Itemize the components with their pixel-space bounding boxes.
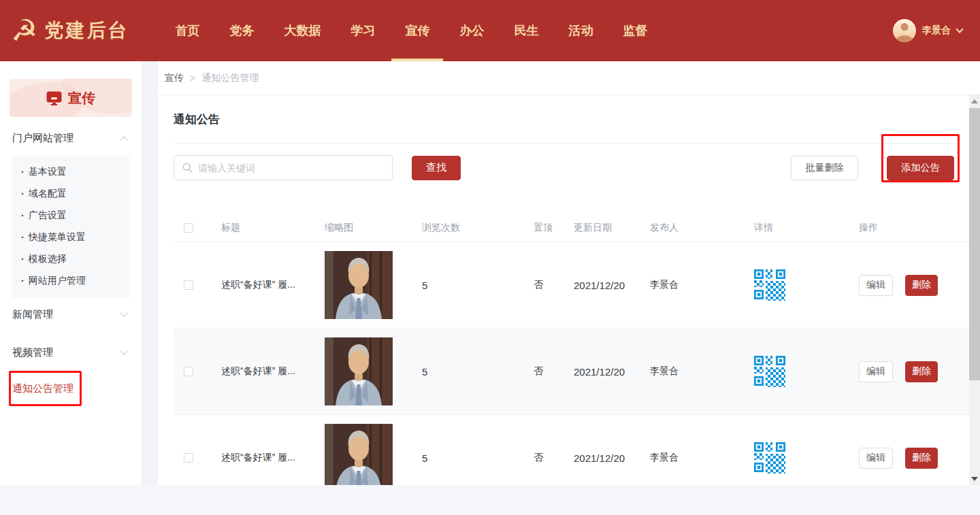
nav-item-publicity[interactable]: 宣传 bbox=[390, 0, 444, 61]
chevron-up-icon bbox=[120, 136, 127, 144]
sidebar-section-news-management[interactable]: 新闻管理 bbox=[0, 303, 142, 326]
announcement-table: 标题 缩略图 浏览次数 置顶 更新日期 发布人 详情 操作 述职“备好课” 履.… bbox=[174, 214, 969, 485]
col-detail: 详情 bbox=[754, 222, 859, 234]
sidebar-section-label: 通知公告管理 bbox=[12, 382, 74, 395]
sidebar-item-ad-settings[interactable]: 广告设置 bbox=[12, 205, 129, 227]
cell-actions: 编辑 删除 bbox=[859, 361, 969, 382]
cell-publisher: 李景合 bbox=[650, 452, 754, 464]
sidebar-item-template-selection[interactable]: 模板选择 bbox=[12, 248, 129, 270]
search-icon bbox=[182, 163, 193, 173]
app-header: ☭ 党建后台 首页 党务 大数据 学习 宣传 办公 民生 活动 监督 李景合 bbox=[0, 0, 980, 61]
scroll-down-arrow[interactable] bbox=[971, 477, 978, 481]
nav-item-study[interactable]: 学习 bbox=[336, 0, 390, 61]
col-publisher: 发布人 bbox=[650, 222, 754, 234]
qr-code-icon[interactable] bbox=[754, 269, 785, 301]
nav-item-home[interactable]: 首页 bbox=[160, 0, 214, 61]
col-views: 浏览次数 bbox=[422, 222, 534, 234]
row-checkbox[interactable] bbox=[184, 453, 193, 463]
select-all-checkbox[interactable] bbox=[184, 223, 193, 233]
add-announcement-button[interactable]: 添加公告 bbox=[887, 156, 954, 180]
page-title: 通知公告 bbox=[174, 112, 969, 127]
scroll-up-arrow[interactable] bbox=[971, 99, 978, 103]
nav-item-office[interactable]: 办公 bbox=[444, 0, 499, 61]
sidebar: 宣传 门户网站管理 基本设置 域名配置 广告设置 快捷菜单设置 模板选择 网站用… bbox=[0, 61, 142, 485]
delete-button[interactable]: 删除 bbox=[905, 361, 938, 382]
chevron-down-icon bbox=[956, 25, 963, 33]
delete-button[interactable]: 删除 bbox=[905, 448, 938, 469]
divider bbox=[174, 143, 954, 144]
sidebar-section-label: 新闻管理 bbox=[12, 308, 53, 321]
layout-gutter bbox=[142, 61, 158, 485]
nav-item-supervision[interactable]: 监督 bbox=[608, 0, 662, 61]
table-row: 述职“备好课” 履... 5 否 2021/12/20 李景合 编辑 删除 bbox=[174, 242, 969, 328]
edit-button[interactable]: 编辑 bbox=[859, 275, 893, 296]
content-panel: 通知公告 查找 批量删除 添加公告 标题 缩略图 浏览次数 置顶 更新日期 bbox=[158, 95, 969, 485]
table-row: 述职“备好课” 履... 5 否 2021/12/20 李景合 编辑 删除 bbox=[174, 328, 969, 414]
sidebar-item-notice-management[interactable]: 通知公告管理 bbox=[0, 377, 142, 400]
delete-button[interactable]: 删除 bbox=[905, 275, 938, 296]
row-checkbox[interactable] bbox=[184, 367, 193, 376]
row-checkbox[interactable] bbox=[184, 280, 193, 290]
breadcrumb-separator: > bbox=[190, 73, 195, 84]
page-footer-band bbox=[0, 485, 980, 515]
sidebar-section-label: 视频管理 bbox=[12, 346, 53, 359]
cell-updated: 2021/12/20 bbox=[574, 366, 650, 378]
toolbar: 查找 批量删除 添加公告 bbox=[174, 155, 954, 180]
cell-views: 5 bbox=[422, 452, 534, 464]
user-name: 李景合 bbox=[922, 24, 951, 37]
qr-code-icon[interactable] bbox=[754, 356, 785, 387]
cell-publisher: 李景合 bbox=[650, 365, 754, 378]
sidebar-item-site-user-management[interactable]: 网站用户管理 bbox=[12, 270, 129, 292]
sidebar-section-label: 门户网站管理 bbox=[12, 132, 74, 145]
table-row: 述职“备好课” 履... 5 否 2021/12/20 李景合 编辑 删除 bbox=[174, 414, 969, 485]
sidebar-item-quick-menu-settings[interactable]: 快捷菜单设置 bbox=[12, 227, 129, 248]
nav-item-party-affairs[interactable]: 党务 bbox=[214, 0, 269, 61]
cell-updated: 2021/12/20 bbox=[574, 280, 650, 291]
col-pinned: 置顶 bbox=[534, 222, 574, 234]
col-actions: 操作 bbox=[859, 222, 969, 234]
sidebar-item-basic-settings[interactable]: 基本设置 bbox=[12, 161, 129, 183]
search-input[interactable] bbox=[198, 163, 385, 173]
user-menu[interactable]: 李景合 bbox=[893, 0, 962, 61]
breadcrumb-current: 通知公告管理 bbox=[201, 72, 259, 84]
scrollbar-thumb[interactable] bbox=[969, 108, 980, 380]
thumbnail-portrait bbox=[325, 337, 393, 405]
qr-code-icon[interactable] bbox=[754, 442, 785, 474]
sidebar-submenu: 基本设置 域名配置 广告设置 快捷菜单设置 模板选择 网站用户管理 bbox=[12, 155, 129, 298]
sidebar-section-portal-management[interactable]: 门户网站管理 bbox=[0, 127, 142, 150]
col-updated: 更新日期 bbox=[574, 222, 650, 234]
party-emblem-icon: ☭ bbox=[11, 16, 37, 46]
scrollbar bbox=[969, 95, 980, 485]
breadcrumb: 宣传 > 通知公告管理 bbox=[158, 61, 980, 95]
app-title: 党建后台 bbox=[44, 18, 129, 44]
cell-title: 述职“备好课” 履... bbox=[221, 365, 325, 378]
top-nav: 首页 党务 大数据 学习 宣传 办公 民生 活动 监督 bbox=[160, 0, 662, 61]
nav-item-big-data[interactable]: 大数据 bbox=[269, 0, 336, 61]
table-header-row: 标题 缩略图 浏览次数 置顶 更新日期 发布人 详情 操作 bbox=[174, 214, 969, 242]
edit-button[interactable]: 编辑 bbox=[859, 448, 893, 469]
cell-views: 5 bbox=[422, 366, 534, 378]
thumbnail-portrait bbox=[325, 251, 393, 319]
find-button[interactable]: 查找 bbox=[412, 156, 461, 180]
breadcrumb-publicity[interactable]: 宣传 bbox=[165, 72, 184, 84]
chevron-down-icon bbox=[120, 347, 127, 354]
col-title: 标题 bbox=[221, 222, 325, 234]
col-thumbnail: 缩略图 bbox=[325, 222, 422, 234]
cell-pinned: 否 bbox=[534, 279, 574, 291]
cell-updated: 2021/12/20 bbox=[574, 452, 650, 464]
cell-actions: 编辑 删除 bbox=[859, 448, 969, 469]
user-avatar bbox=[893, 19, 916, 42]
batch-delete-button[interactable]: 批量删除 bbox=[791, 156, 858, 180]
nav-item-livelihood[interactable]: 民生 bbox=[499, 0, 553, 61]
cell-publisher: 李景合 bbox=[650, 279, 754, 291]
sidebar-item-domain-config[interactable]: 域名配置 bbox=[12, 183, 129, 205]
search-box bbox=[174, 155, 393, 180]
thumbnail-portrait bbox=[325, 424, 393, 485]
chevron-down-icon bbox=[120, 309, 127, 316]
cell-actions: 编辑 删除 bbox=[859, 275, 969, 296]
sidebar-section-video-management[interactable]: 视频管理 bbox=[0, 341, 142, 364]
nav-item-activities[interactable]: 活动 bbox=[553, 0, 608, 61]
app-logo: ☭ 党建后台 bbox=[11, 16, 129, 46]
cell-title: 述职“备好课” 履... bbox=[221, 452, 325, 464]
edit-button[interactable]: 编辑 bbox=[859, 361, 893, 382]
